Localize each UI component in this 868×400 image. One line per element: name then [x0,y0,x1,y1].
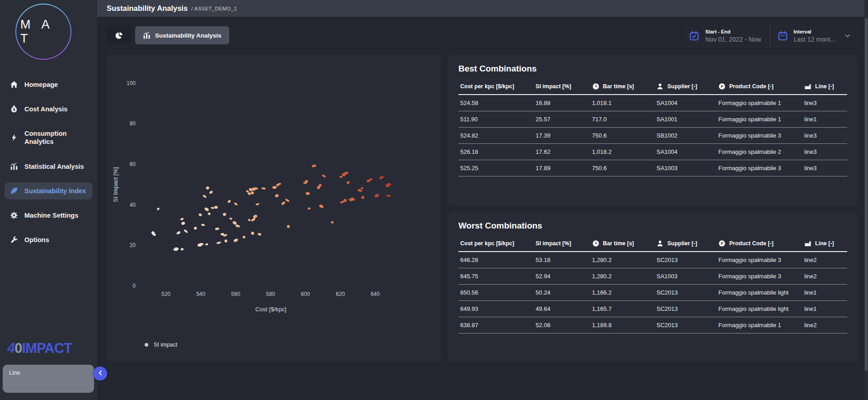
table-cell: line3 [802,95,847,111]
filters-bar: Start - End Nov 01, 2022 - Now Interval … [682,24,858,48]
table-header-row: Cost per kpc [$/kpc]SI impact [%]Bar tim… [458,236,847,252]
interval-label: Interval [794,29,836,34]
scatter-point [215,227,220,230]
best-combinations-table: Cost per kpc [$/kpc]SI impact [%]Bar tim… [458,79,847,176]
table-cell: SA1004 [655,95,717,111]
mat-logo: M A T [15,4,71,60]
table-row: 649.9349.641,165.7SC2013Formaggio spalma… [458,301,847,317]
mat-logo-text: M A T [16,18,71,46]
scatter-point [242,235,246,239]
table-cell: line1 [802,301,847,317]
sidebar-item-statistical-analysis[interactable]: Statistical Analysis [5,158,93,175]
table-cell: 1,018.1 [590,95,655,111]
column-label: Product Code [-] [729,240,774,247]
table-cell: SC2013 [655,285,717,301]
table-cell: 49.64 [534,301,590,317]
interval-select[interactable]: Interval Last 12 mont... [770,24,859,48]
column-header: Bar time [s] [590,79,655,95]
column-header: Line [-] [802,79,847,95]
scatter-point [281,201,286,205]
table-row: 638.8752.061,189.8SC2013Formaggio spalma… [458,317,847,333]
table-cell: Formaggio spalmabile 2 [717,144,802,160]
column-header: Cost per kpc [$/kpc] [458,79,534,95]
sidebar-item-label: Statistical Analysis [24,162,84,171]
table-cell: 17.89 [534,160,590,176]
person-icon [656,240,664,247]
gear-icon [10,211,18,219]
date-range-picker[interactable]: Start - End Nov 01, 2022 - Now [682,24,770,48]
table-cell: line1 [802,111,847,128]
scatter-point [272,186,277,189]
scatter-point [250,231,255,235]
tab-sustainability-analysis[interactable]: Sustainability Analysis [135,26,229,44]
table-row: 524.5816.881,018.1SA1004Formaggio spalma… [458,95,847,111]
column-label: Product Code [-] [729,83,774,90]
sidebar-item-label: Consumption Analytics [24,129,87,146]
scatter-point [211,207,214,209]
column-header: Bar time [s] [590,236,655,252]
column-label: Bar time [s] [603,240,634,247]
sidebar-collapse-button[interactable] [93,367,107,381]
y-tick-label: 60 [130,161,136,167]
scatter-point [232,221,237,225]
wrench-icon [10,236,18,244]
table-row: 524.8217.39750.6SB1002Formaggio spalmabi… [458,128,847,144]
table-cell: 717.0 [590,111,655,128]
column-header: PProduct Code [-] [717,236,802,252]
table-header-row: Cost per kpc [$/kpc]SI impact [%]Bar tim… [458,79,847,95]
factory-icon [804,240,811,247]
scatter-point [184,229,189,233]
sidebar-item-consumption-analytics[interactable]: Consumption Analytics [5,125,93,150]
interval-value: Last 12 mont... [794,36,836,43]
table-cell: 524.58 [458,95,534,111]
scatter-point [311,164,316,167]
svg-text:P: P [721,84,723,89]
table-cell: SA1001 [655,111,717,128]
scatter-point [235,224,240,228]
table-row: 511.9025.57717.0SA1001Formaggio spalmabi… [458,111,847,128]
sidebar-item-options[interactable]: Options [5,231,93,248]
scrollbar-thumb[interactable] [865,18,868,371]
page-scrollbar[interactable] [864,0,868,400]
table-cell: SC2013 [655,301,717,317]
table-cell: line3 [802,144,847,160]
scatter-point [322,174,326,178]
scatter-point [216,241,221,244]
bar-chart-icon [143,32,151,39]
sidebar-item-label: Options [24,236,49,244]
scatter-point [340,176,343,178]
column-header: SI impact [%] [534,79,590,95]
table-cell: 25.57 [534,111,590,128]
scatter-point [201,224,205,226]
sidebar-item-cost-analysis[interactable]: $Cost Analysis [5,100,93,118]
sidebar-item-machine-settings[interactable]: Machine Settings [5,207,93,224]
table-cell: 750.6 [590,128,655,144]
scatter-point [307,207,311,210]
table-cell: SC2013 [655,317,717,333]
table-cell: line1 [802,285,847,301]
scatter-point [248,219,251,222]
legend-label: SI impact [154,342,177,348]
chevron-down-icon [844,33,851,39]
line-filter-panel[interactable]: Line [3,365,94,393]
table-cell: 1,165.7 [590,301,655,317]
clock-icon [592,240,599,247]
table-cell: 17.62 [534,144,590,160]
table-cell: 1,280.2 [590,252,655,268]
sidebar-item-label: Machine Settings [24,211,78,219]
table-cell: 53.18 [534,252,590,268]
tab-pie-chart[interactable] [107,26,131,44]
header-bar: Sustainability Analysis / ASSET_DEMO_1 [97,0,868,17]
chevron-left-icon [97,370,104,377]
sidebar-item-homepage[interactable]: Homepage [5,76,93,93]
scatter-point [357,189,362,192]
scatter-point [205,243,208,246]
scatter-point [204,207,209,212]
scatter-point [223,213,226,216]
scatter-point [274,194,279,198]
scatter-point [198,213,203,217]
scatter-chart: 020406080100520540560580600620640Cost [$… [107,55,441,326]
y-axis-label: SI Impact [%] [112,167,119,202]
legend-item-si-impact[interactable]: SI impact [145,342,177,348]
sidebar-item-sustainability-index[interactable]: Sustainability Index [5,182,93,200]
